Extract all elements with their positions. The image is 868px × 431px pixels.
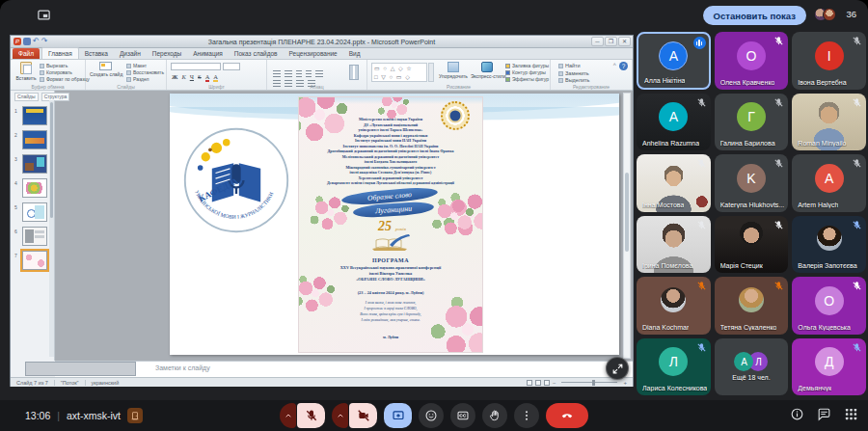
italic-icon[interactable] — [181, 73, 185, 80]
mic-options-chevron[interactable] — [280, 403, 296, 428]
present-button[interactable] — [384, 403, 412, 428]
participant-tile[interactable]: О Олена Кравченко — [715, 32, 789, 90]
participant-tile[interactable]: Л Лариса Колесникова — [637, 338, 711, 396]
undo-icon[interactable]: ↶ — [33, 38, 40, 45]
view-and-zoom-controls[interactable]: −+ — [527, 380, 627, 386]
camera-options-chevron[interactable] — [332, 403, 348, 428]
ppt-title-bar[interactable]: P↶↷ Загальна презентація ПЛЕНАРНЕ 23.04.… — [11, 36, 633, 48]
participant-tile[interactable]: О Ольга Куцевська — [792, 277, 866, 335]
format-painter-button[interactable]: Формат по образцу — [40, 76, 90, 83]
slide-thumbnail[interactable]: 5 — [22, 202, 47, 222]
replace-button[interactable]: Заменить — [558, 70, 589, 78]
cut-button[interactable]: Вырезать — [40, 63, 90, 69]
panel-tabs[interactable]: СлайдыСтруктура — [11, 91, 54, 102]
ppt-tab-view[interactable]: Вид — [343, 48, 366, 59]
ppt-tab-insert[interactable]: Вставка — [79, 48, 114, 59]
meeting-details-button[interactable] — [790, 407, 804, 425]
quick-styles-button[interactable]: Экспресс-стили — [471, 62, 502, 79]
ppt-tab-slideshow[interactable]: Показ слайдов — [229, 48, 284, 59]
shapes-gallery[interactable] — [371, 63, 427, 82]
minimize-icon[interactable]: ─ — [591, 37, 604, 46]
highlight-icon[interactable] — [213, 73, 218, 80]
slide-thumbnails-panel[interactable]: СлайдыСтруктура 1 2 3 4 5 6 7 — [11, 91, 55, 361]
zoom-slider[interactable] — [561, 382, 617, 383]
activities-button[interactable] — [844, 407, 858, 425]
slide-thumbnail[interactable]: 3 — [22, 154, 47, 174]
participant-tile[interactable]: Валерія Запотєєва — [792, 216, 866, 274]
raise-hand-button[interactable] — [482, 403, 507, 428]
shape-outline-button[interactable]: Контур фигуры — [505, 69, 549, 76]
new-slide-button[interactable]: Создать слайд — [90, 62, 121, 77]
save-icon[interactable] — [23, 38, 31, 45]
mic-off-button[interactable] — [297, 403, 325, 428]
shape-fill-button[interactable]: Заливка фигуры — [505, 63, 549, 69]
stop-presenting-button[interactable]: Остановить показ — [703, 6, 806, 25]
camera-off-button[interactable] — [349, 403, 377, 428]
slide-thumbnail[interactable]: 6 — [22, 227, 47, 246]
redo-icon[interactable]: ↷ — [41, 38, 48, 45]
copy-button[interactable]: Копировать — [40, 69, 90, 76]
find-button[interactable]: Найти — [558, 63, 589, 70]
panel-tab-outline[interactable]: Структура — [41, 93, 70, 101]
participant-tile[interactable]: K Kateryna Hlukhovts... — [715, 154, 789, 212]
ppt-tab-review[interactable]: Рецензирование — [284, 48, 343, 59]
maximize-icon[interactable]: ❐ — [605, 37, 617, 46]
participant-tile[interactable]: А Artem Halych — [792, 154, 866, 212]
window-controls[interactable]: ─❐✕ — [591, 37, 631, 46]
ppt-tab-home[interactable]: Главная — [41, 47, 79, 59]
strikethrough-icon[interactable] — [198, 73, 202, 80]
minimize-ribbon-icon[interactable]: ˄ — [612, 62, 616, 67]
section-button[interactable]: Раздел — [126, 76, 164, 83]
help-icon[interactable]: ? — [619, 62, 628, 70]
ppt-tab-transitions[interactable]: Переходы — [147, 48, 188, 59]
close-icon[interactable]: ✕ — [618, 37, 631, 46]
mic-off-icon — [852, 342, 862, 353]
end-call-button[interactable] — [546, 403, 588, 428]
quick-access-toolbar[interactable]: P↶↷ — [14, 38, 47, 45]
chat-button[interactable] — [817, 407, 831, 425]
more-participants-tile[interactable]: А Л Ещё 18 чел. — [715, 338, 789, 396]
paste-button[interactable]: Вставить — [14, 62, 38, 81]
thumbnails-scrollbar[interactable] — [49, 100, 54, 357]
bold-icon[interactable] — [172, 73, 177, 80]
slide-thumbnail[interactable]: 4 — [22, 178, 47, 198]
participant-tile[interactable]: А Алла Нікітіна — [637, 32, 711, 90]
ppt-tab-design[interactable]: Дизайн — [114, 48, 147, 59]
slide-thumbnail-selected[interactable]: 7 — [22, 251, 47, 270]
participant-tile[interactable]: А Anhelina Razumna — [637, 94, 711, 151]
participant-tile[interactable]: Г Галина Барилова — [715, 94, 789, 151]
panel-tab-slides[interactable]: Слайды — [14, 93, 39, 101]
captions-button[interactable] — [450, 403, 475, 428]
layout-button[interactable]: Макет — [126, 63, 164, 69]
font-color-icon[interactable] — [205, 73, 210, 80]
ppt-tab-animation[interactable]: Анимация — [187, 48, 229, 59]
participant-avatars[interactable] — [814, 8, 836, 21]
shapes-scrollbar[interactable] — [428, 63, 434, 82]
slide-thumbnail[interactable]: 1 — [22, 106, 47, 125]
expand-presentation-button[interactable] — [606, 357, 629, 380]
arrange-button[interactable]: Упорядочить — [439, 62, 468, 79]
notes-area[interactable]: Заметки к слайду — [55, 361, 633, 377]
reactions-button[interactable] — [419, 403, 444, 428]
font-format-buttons[interactable] — [172, 73, 222, 80]
participant-tile[interactable]: Д Демьянчук — [792, 338, 866, 396]
participant-tile[interactable]: Roman Minyailo — [792, 94, 866, 151]
slide-scrollbar[interactable] — [623, 93, 631, 359]
columns-icon[interactable] — [349, 65, 359, 80]
participant-tile[interactable]: Diana Kochmar — [637, 277, 711, 335]
slide-thumbnail[interactable]: 2 — [22, 130, 47, 149]
participant-tile[interactable]: Інна Мостова — [637, 154, 711, 212]
participant-tile[interactable]: Ірина Помєлова — [637, 216, 711, 274]
font-size-select[interactable] — [223, 63, 240, 70]
participant-tile[interactable]: І Івона Вертебна — [792, 32, 866, 90]
pip-icon[interactable] — [37, 8, 51, 22]
shape-effects-button[interactable]: Эффекты фигур — [505, 76, 549, 83]
participant-tile[interactable]: Марія Стецик — [715, 216, 789, 274]
reset-button[interactable]: Восстановить — [126, 69, 164, 76]
ppt-tab-file[interactable]: Файл — [13, 48, 40, 59]
font-name-select[interactable] — [171, 63, 221, 70]
status-language[interactable]: украинский — [92, 380, 120, 386]
underline-icon[interactable] — [190, 73, 194, 80]
participant-tile[interactable]: Тетяна Сукаленко — [715, 277, 789, 335]
more-options-button[interactable] — [514, 403, 539, 428]
